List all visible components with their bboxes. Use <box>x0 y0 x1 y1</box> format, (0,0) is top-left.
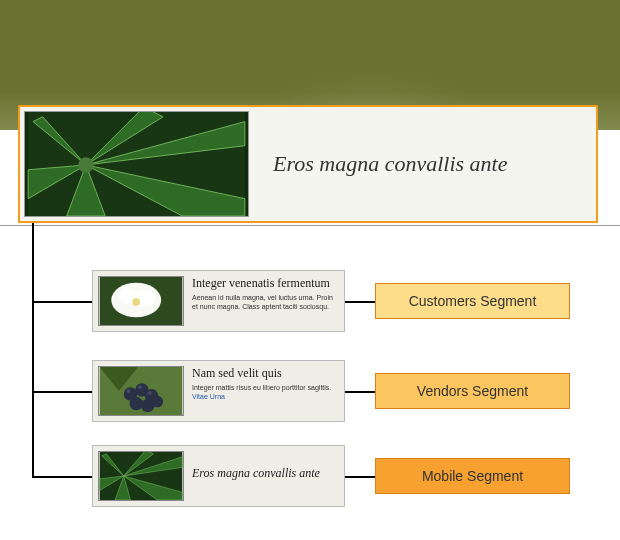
hero-image <box>24 111 249 217</box>
connector-h3 <box>32 476 92 478</box>
card-desc: Aenean id nulla magna, vel luctus urna. … <box>192 293 339 311</box>
svg-point-16 <box>148 391 152 395</box>
leaf-thumb <box>98 451 184 501</box>
card-item: Nam sed velit quis Integer mattis risus … <box>92 360 345 422</box>
connector-seg3 <box>345 476 375 478</box>
card-item: Integer venenatis fermentum Aenean id nu… <box>92 270 345 332</box>
svg-point-11 <box>129 397 142 410</box>
divider-line <box>0 225 620 226</box>
card-title: Eros magna convallis ante <box>192 451 339 481</box>
hero-title: Eros magna convallis ante <box>253 107 596 221</box>
svg-point-13 <box>152 396 164 408</box>
svg-point-14 <box>127 389 131 393</box>
svg-point-15 <box>138 385 142 389</box>
leaf-icon <box>25 112 248 216</box>
connector-seg2 <box>345 391 375 393</box>
flower-thumb <box>98 276 184 326</box>
connector-seg1 <box>345 301 375 303</box>
card-title: Integer venenatis fermentum <box>192 276 339 291</box>
connector-h2 <box>32 391 92 393</box>
segment-mobile[interactable]: Mobile Segment <box>375 458 570 494</box>
card-desc: Integer mattis risus eu libero porttitor… <box>192 383 339 401</box>
grapes-thumb <box>98 366 184 416</box>
card-link[interactable]: Vitae Urna <box>192 393 225 400</box>
hero-card: Eros magna convallis ante <box>18 105 598 223</box>
svg-point-1 <box>78 157 93 172</box>
connector-h1 <box>32 301 92 303</box>
segment-vendors[interactable]: Vendors Segment <box>375 373 570 409</box>
connector-vertical <box>32 223 34 478</box>
card-title: Nam sed velit quis <box>192 366 339 381</box>
segment-customers[interactable]: Customers Segment <box>375 283 570 319</box>
card-item: Eros magna convallis ante <box>92 445 345 507</box>
svg-point-6 <box>132 298 140 306</box>
